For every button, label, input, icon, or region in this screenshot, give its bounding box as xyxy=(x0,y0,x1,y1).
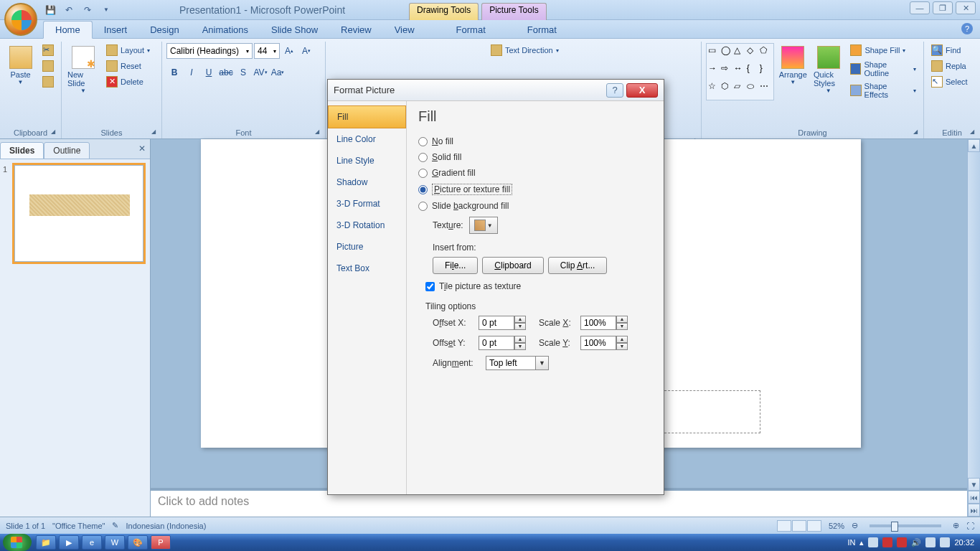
save-icon[interactable]: 💾 xyxy=(43,3,57,17)
change-case-button[interactable]: Aa▾ xyxy=(270,65,286,80)
arrange-button[interactable]: Arrange▼ xyxy=(777,43,809,88)
close-panel-icon[interactable]: ✕ xyxy=(138,143,146,154)
scroll-down-icon[interactable]: ▼ xyxy=(968,478,980,491)
qat-dropdown-icon[interactable]: ▼ xyxy=(99,3,113,17)
chevron-down-icon[interactable]: ▼ xyxy=(536,356,549,370)
nav-text-box[interactable]: Text Box xyxy=(328,258,406,279)
minimize-button[interactable]: ― xyxy=(910,1,930,14)
zoom-out-button[interactable]: ⊖ xyxy=(852,521,858,530)
shape-effects-button[interactable]: Shape Effects ▾ xyxy=(847,80,919,100)
spin-up-icon[interactable]: ▲ xyxy=(514,336,526,343)
select-button[interactable]: ↖Select xyxy=(928,75,971,89)
bold-button[interactable]: B xyxy=(166,65,182,80)
tab-slideshow[interactable]: Slide Show xyxy=(260,22,329,38)
dialog-close-button[interactable]: X xyxy=(626,83,658,98)
font-name-combo[interactable]: Calibri (Headings)▾ xyxy=(166,43,253,59)
zoom-level[interactable]: 52% xyxy=(829,522,844,530)
clipboard-button[interactable]: Clipboard xyxy=(482,257,543,274)
tab-insert[interactable]: Insert xyxy=(93,22,139,38)
shape-fill-button[interactable]: Shape Fill ▾ xyxy=(847,43,919,57)
nav-line-color[interactable]: Line Color xyxy=(328,128,406,150)
tray-volume-icon[interactable]: 🔊 xyxy=(911,538,921,547)
fit-window-button[interactable]: ⛶ xyxy=(966,522,974,530)
radio-solid-fill[interactable]: Solid fill xyxy=(418,149,652,165)
clipart-button[interactable]: Clip Art... xyxy=(548,257,608,274)
spin-up-icon[interactable]: ▲ xyxy=(616,316,628,323)
replace-button[interactable]: Repla xyxy=(928,59,971,73)
tab-format-drawing[interactable]: Format xyxy=(445,22,497,38)
scale-y-spinner[interactable]: ▲▼ xyxy=(580,336,628,350)
picture-tools-tab[interactable]: Picture Tools xyxy=(481,3,546,20)
nav-picture[interactable]: Picture xyxy=(328,236,406,258)
prev-slide-icon[interactable]: ⏮ xyxy=(968,491,980,504)
layout-button[interactable]: Layout ▾ xyxy=(103,43,153,57)
scroll-up-icon[interactable]: ▲ xyxy=(968,139,980,152)
spin-down-icon[interactable]: ▼ xyxy=(514,343,526,350)
tray-network-icon[interactable] xyxy=(940,537,950,547)
redo-icon[interactable]: ↷ xyxy=(80,3,95,17)
text-direction-button[interactable]: Text Direction ▾ xyxy=(488,43,562,57)
slideshow-view-button[interactable] xyxy=(807,520,821,532)
cut-button[interactable]: ✂ xyxy=(39,43,57,57)
spin-down-icon[interactable]: ▼ xyxy=(514,323,526,330)
tile-checkbox-row[interactable]: Tile picture as texture xyxy=(418,277,652,296)
char-spacing-button[interactable]: AV▾ xyxy=(253,65,268,80)
tab-slides[interactable]: Slides xyxy=(0,142,44,159)
normal-view-button[interactable] xyxy=(777,520,791,532)
tray-icon[interactable] xyxy=(868,537,878,547)
alignment-combo[interactable]: ▼ xyxy=(486,356,549,370)
tray-clock[interactable]: 20:32 xyxy=(954,538,974,547)
sorter-view-button[interactable] xyxy=(792,520,806,532)
radio-slide-bg-fill[interactable]: Slide background fill xyxy=(418,198,652,214)
underline-button[interactable]: U xyxy=(201,65,217,80)
drawing-tools-tab[interactable]: Drawing Tools xyxy=(409,3,479,20)
task-word[interactable]: W xyxy=(105,535,125,550)
tab-design[interactable]: Design xyxy=(138,22,190,38)
nav-3d-rotation[interactable]: 3-D Rotation xyxy=(328,215,406,236)
grow-font-button[interactable]: A▴ xyxy=(281,43,297,59)
shadow-button[interactable]: S xyxy=(235,65,251,80)
task-ie[interactable]: e xyxy=(82,535,102,550)
file-button[interactable]: File... xyxy=(433,257,478,274)
dialog-help-button[interactable]: ? xyxy=(606,83,623,98)
zoom-in-button[interactable]: ⊕ xyxy=(953,521,959,530)
paste-button[interactable]: Paste ▼ xyxy=(4,43,37,88)
shape-outline-button[interactable]: Shape Outline ▾ xyxy=(847,59,919,79)
radio-gradient-fill[interactable]: Gradient fill xyxy=(418,165,652,181)
start-button[interactable] xyxy=(3,534,32,551)
delete-button[interactable]: ✕Delete xyxy=(103,75,153,89)
format-painter-button[interactable] xyxy=(39,75,57,89)
shrink-font-button[interactable]: A▾ xyxy=(298,43,314,59)
tray-icon[interactable] xyxy=(897,537,907,547)
next-slide-icon[interactable]: ⏭ xyxy=(968,504,980,517)
reset-button[interactable]: Reset xyxy=(103,59,153,73)
task-explorer[interactable]: 📁 xyxy=(36,535,56,550)
tray-icon[interactable] xyxy=(882,537,892,547)
tab-home[interactable]: Home xyxy=(43,21,93,39)
strike-button[interactable]: abc xyxy=(218,65,234,80)
new-slide-button[interactable]: ✱ New Slide ▼ xyxy=(66,43,100,97)
offset-x-spinner[interactable]: ▲▼ xyxy=(479,316,526,330)
task-paint[interactable]: 🎨 xyxy=(128,535,148,550)
radio-no-fill[interactable]: No fill xyxy=(418,133,652,149)
tab-animations[interactable]: Animations xyxy=(191,22,260,38)
thumbnails[interactable]: 1 xyxy=(0,159,150,517)
tray-arrow-icon[interactable]: ▴ xyxy=(859,538,864,547)
spellcheck-icon[interactable]: ✎ xyxy=(112,521,118,530)
close-button[interactable]: ✕ xyxy=(956,1,976,14)
task-media[interactable]: ▶ xyxy=(59,535,79,550)
slide-thumbnail[interactable] xyxy=(14,165,143,262)
status-language[interactable]: Indonesian (Indonesia) xyxy=(126,522,206,530)
italic-button[interactable]: I xyxy=(184,65,199,80)
spin-down-icon[interactable]: ▼ xyxy=(616,343,628,350)
texture-picker[interactable]: ▼ xyxy=(469,217,498,234)
offset-y-spinner[interactable]: ▲▼ xyxy=(479,336,526,350)
font-size-combo[interactable]: 44▾ xyxy=(254,43,280,59)
office-button[interactable] xyxy=(4,3,37,36)
tab-outline[interactable]: Outline xyxy=(44,142,90,159)
zoom-slider[interactable] xyxy=(870,524,941,527)
spin-up-icon[interactable]: ▲ xyxy=(514,316,526,323)
nav-fill[interactable]: Fill xyxy=(328,105,406,128)
tab-view[interactable]: View xyxy=(383,22,426,38)
dialog-titlebar[interactable]: Format Picture ? X xyxy=(328,80,664,101)
